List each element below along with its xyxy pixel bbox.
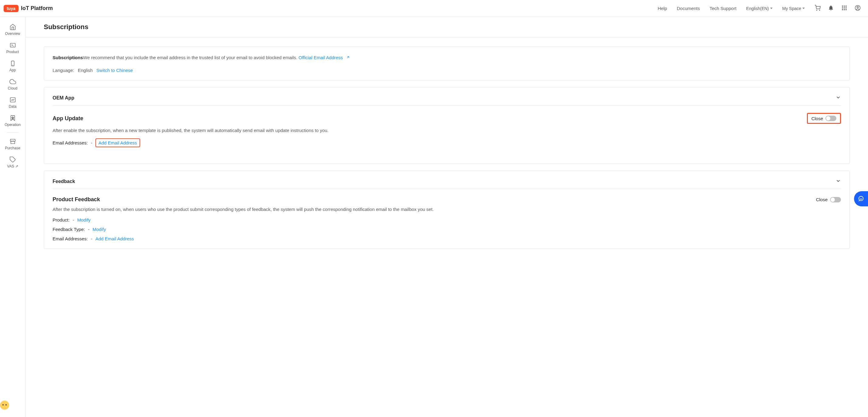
svg-rect-5: [842, 7, 843, 8]
language-row: Language: English Switch to Chinese: [53, 68, 841, 73]
logo-text: IoT Platform: [21, 5, 53, 11]
grid-icon[interactable]: [841, 5, 847, 12]
chevron-down-icon[interactable]: [835, 95, 841, 101]
home-icon: [9, 24, 16, 30]
nav-documents[interactable]: Documents: [677, 6, 700, 11]
product-row: Product: - Modify: [53, 217, 841, 222]
sidebar-item-operation[interactable]: Operation: [0, 112, 25, 130]
chat-support-button[interactable]: [854, 191, 868, 206]
feedback-add-email-link[interactable]: Add Email Address: [95, 236, 134, 241]
official-email-link[interactable]: Official Email Address: [299, 55, 343, 60]
nav-my-space-dropdown[interactable]: My Space: [782, 6, 805, 11]
feedback-type-modify-link[interactable]: Modify: [92, 227, 106, 232]
email-label: Email Addresses:: [53, 140, 88, 145]
sidebar-item-data[interactable]: Data: [0, 94, 25, 112]
bookmark-star-icon: [9, 115, 16, 121]
product-modify-link[interactable]: Modify: [77, 217, 91, 222]
feedback-section-header: Feedback: [53, 178, 841, 189]
language-label: Language:: [53, 68, 74, 73]
sidebar-label: VAS ↗: [7, 164, 18, 168]
sidebar-item-purchase[interactable]: Purchase: [0, 135, 25, 153]
sidebar: Overview Product App Cloud Data Operatio…: [0, 17, 26, 265]
tag-icon: [9, 156, 16, 163]
svg-rect-8: [842, 9, 843, 10]
notice-card: SubscriptionsWe recommend that you inclu…: [44, 46, 850, 80]
svg-rect-10: [845, 9, 846, 10]
external-link-icon: [346, 54, 350, 62]
chart-icon: [9, 97, 16, 103]
notice-prefix: Subscriptions: [53, 55, 83, 60]
sidebar-item-product[interactable]: Product: [0, 39, 25, 57]
sidebar-item-overview[interactable]: Overview: [0, 21, 25, 39]
content: SubscriptionsWe recommend that you inclu…: [26, 37, 868, 265]
app-update-desc: After enable the subscription, when a ne…: [53, 127, 841, 134]
chat-icon: [858, 196, 864, 202]
feedback-section-title: Feedback: [53, 179, 75, 184]
feedback-type-value: -: [88, 227, 89, 232]
svg-rect-7: [845, 7, 846, 8]
oem-section-header: OEM App: [53, 95, 841, 106]
caret-down-icon: [802, 8, 805, 9]
svg-rect-3: [844, 6, 845, 7]
cart-icon[interactable]: [814, 5, 820, 12]
notice-text: SubscriptionsWe recommend that you inclu…: [53, 54, 841, 62]
app-update-toggle-highlight: Close: [807, 113, 841, 124]
product-feedback-toggle-wrap: Close: [816, 197, 841, 202]
language-value: English: [78, 68, 93, 73]
feedback-email-row: Email Addresses: - Add Email Address: [53, 236, 841, 241]
header: tuya IoT Platform Help Documents Tech Su…: [0, 0, 868, 17]
add-email-link[interactable]: Add Email Address: [98, 140, 137, 145]
nav-tech-support[interactable]: Tech Support: [710, 6, 736, 11]
user-icon[interactable]: [855, 5, 861, 12]
nav-language-label: English(EN): [746, 6, 769, 11]
header-icons: [814, 5, 861, 12]
sidebar-divider: [7, 132, 19, 133]
product-feedback-section: Product Feedback Close After the subscri…: [53, 196, 841, 241]
chevron-down-icon[interactable]: [835, 178, 841, 184]
sidebar-item-vas[interactable]: VAS ↗: [0, 153, 25, 171]
oem-app-card: OEM App App Update Close After enable th…: [44, 87, 850, 164]
svg-marker-18: [11, 116, 14, 119]
svg-point-1: [819, 10, 820, 11]
sidebar-item-app[interactable]: App: [0, 57, 25, 75]
switch-language-link[interactable]: Switch to Chinese: [96, 68, 133, 73]
app-update-header: App Update Close: [53, 113, 841, 124]
nav-help[interactable]: Help: [658, 6, 667, 11]
caret-down-icon: [770, 8, 773, 9]
store-icon: [9, 138, 16, 145]
sidebar-label: Cloud: [8, 86, 17, 91]
page-title: Subscriptions: [44, 23, 850, 31]
notice-body: We recommend that you include the email …: [83, 55, 297, 60]
feedback-type-row: Feedback Type: - Modify: [53, 227, 841, 232]
product-feedback-title: Product Feedback: [53, 196, 100, 203]
page-title-bar: Subscriptions: [26, 17, 868, 37]
feedback-card: Feedback Product Feedback Close After th…: [44, 171, 850, 249]
bell-icon[interactable]: [828, 5, 834, 12]
svg-point-0: [817, 10, 817, 11]
cloud-icon: [9, 78, 16, 85]
email-addresses-row: Email Addresses: - Add Email Address: [53, 138, 841, 147]
sidebar-item-cloud[interactable]: Cloud: [0, 75, 25, 94]
product-feedback-toggle[interactable]: [830, 197, 841, 202]
logo-badge: tuya: [4, 5, 19, 12]
nav-language-dropdown[interactable]: English(EN): [746, 6, 773, 11]
product-feedback-header: Product Feedback Close: [53, 196, 841, 203]
sidebar-label: Operation: [5, 123, 21, 127]
app-update-title: App Update: [53, 115, 83, 122]
app-update-toggle[interactable]: [826, 116, 836, 121]
svg-rect-2: [842, 6, 843, 7]
feedback-email-value: -: [91, 236, 92, 241]
phone-icon: [9, 60, 16, 67]
feedback-type-label: Feedback Type:: [53, 227, 85, 232]
svg-point-20: [859, 196, 863, 201]
product-value: -: [73, 217, 74, 222]
app-update-toggle-label: Close: [811, 116, 823, 121]
product-feedback-desc: After the subscription is turned on, whe…: [53, 206, 841, 213]
header-nav: Help Documents Tech Support English(EN) …: [658, 5, 861, 12]
sidebar-label: Overview: [5, 32, 20, 36]
svg-rect-9: [844, 9, 845, 10]
logo-area[interactable]: tuya IoT Platform: [4, 5, 53, 12]
terminal-icon: [9, 42, 16, 48]
nav-my-space-label: My Space: [782, 6, 801, 11]
product-label: Product:: [53, 217, 70, 222]
